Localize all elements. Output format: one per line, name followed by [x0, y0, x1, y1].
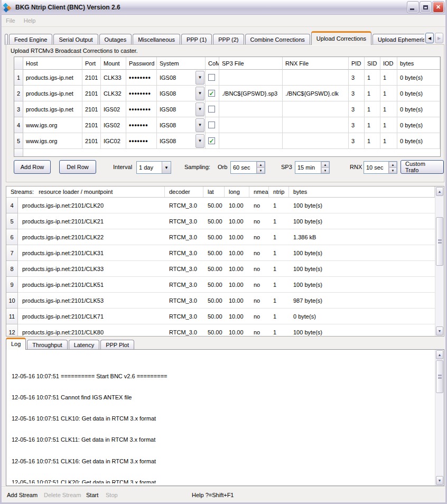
com-checkbox[interactable] — [208, 74, 215, 81]
chevron-down-icon[interactable]: ▼ — [195, 87, 204, 100]
cell-pid[interactable]: 3 — [349, 86, 365, 101]
stop-action[interactable]: Stop — [106, 492, 118, 498]
tab-ppp-1[interactable]: PPP (1) — [181, 34, 212, 45]
stream-row[interactable]: 8 products.igs-ip.net:2101/CLK33 RTCM_3.… — [6, 261, 435, 277]
scroll-up-icon[interactable]: ▲ — [436, 350, 443, 359]
cell-rnx[interactable] — [283, 101, 349, 117]
row-number[interactable]: 5 — [14, 133, 23, 149]
cell-sp3[interactable]: ./BNC${GPSWD}.sp3 — [219, 86, 283, 101]
menu-help[interactable]: Help — [20, 17, 40, 24]
title-bar[interactable]: BKG Ntrip Client (BNC) Version 2.6 ✕ — [0, 0, 447, 15]
com-checkbox[interactable]: ✓ — [208, 90, 215, 97]
stream-row[interactable]: 10 products.igs-ip.net:2101/CLK53 RTCM_3… — [6, 293, 435, 309]
cell-password[interactable]: •••••••• — [126, 101, 157, 117]
tab-scroll-left-icon[interactable]: ◀ — [425, 33, 434, 43]
tab-log[interactable]: Log — [6, 338, 26, 350]
menu-file[interactable]: File — [2, 17, 20, 24]
cell-sid[interactable]: 1 — [365, 86, 380, 101]
cell-pid[interactable]: 3 — [349, 117, 365, 133]
cell-rnx[interactable] — [283, 133, 349, 149]
log-output[interactable]: 12-05-16 10:07:51 ========== Start BNC v… — [6, 349, 444, 486]
cell-sid[interactable]: 1 — [365, 133, 380, 149]
scrollbar-thumb[interactable] — [436, 217, 443, 266]
cell-sid[interactable]: 1 — [365, 101, 380, 117]
stream-row[interactable]: 4 products.igs-ip.net:2101/CLK20 RTCM_3.… — [6, 198, 435, 213]
cell-mount[interactable]: IGS02 — [101, 101, 126, 117]
scroll-down-icon[interactable]: ▼ — [436, 476, 443, 485]
cell-mount[interactable]: IGS02 — [101, 117, 126, 133]
tab-ppp-plot[interactable]: PPP Plot — [100, 340, 134, 350]
sp3-sampling-spinbox[interactable]: 15 min ▲▼ — [295, 161, 330, 174]
cell-system-combobox[interactable]: IGS08 ▼ — [157, 133, 206, 149]
row-number[interactable]: 4 — [14, 117, 23, 133]
cell-host[interactable]: www.igs.org — [23, 117, 82, 133]
stream-row[interactable]: 5 products.igs-ip.net:2101/CLK21 RTCM_3.… — [6, 213, 435, 229]
cell-pid[interactable]: 3 — [349, 70, 365, 86]
cell-sid[interactable]: 1 — [365, 70, 380, 86]
chevron-down-icon[interactable]: ▼ — [162, 162, 171, 173]
stream-row[interactable]: 12 products.igs-ip.net:2101/CLK80 RTCM_3… — [6, 324, 435, 336]
add-stream-action[interactable]: Add Stream — [7, 492, 38, 498]
rnx-sampling-spinbox[interactable]: 10 sec ▲▼ — [364, 161, 397, 174]
cell-iod[interactable]: 1 — [380, 101, 397, 117]
cell-mount[interactable]: CLK32 — [101, 86, 126, 101]
cell-iod[interactable]: 1 — [380, 86, 397, 101]
tab-serial-output[interactable]: Serial Output — [53, 34, 98, 45]
cell-mount[interactable]: CLK33 — [101, 70, 126, 86]
del-row-button[interactable]: Del Row — [59, 160, 96, 174]
spin-up-icon[interactable]: ▲ — [389, 162, 397, 167]
spin-down-icon[interactable]: ▼ — [389, 167, 397, 173]
cell-port[interactable]: 2101 — [82, 133, 101, 149]
cell-rnx[interactable]: ./BNC${GPSWD}.clk — [283, 86, 349, 101]
com-checkbox[interactable] — [208, 122, 215, 128]
close-button[interactable]: ✕ — [433, 2, 444, 13]
tab-throughput[interactable]: Throughput — [27, 340, 67, 350]
tab-upload-ephemeris[interactable]: Upload Ephemeris — [373, 34, 424, 45]
tab-outages[interactable]: Outages — [99, 34, 132, 45]
spin-up-icon[interactable]: ▲ — [321, 162, 329, 167]
stream-row[interactable]: 9 products.igs-ip.net:2101/CLK51 RTCM_3.… — [6, 277, 435, 293]
scroll-down-icon[interactable]: ▼ — [436, 326, 443, 335]
interval-combobox[interactable]: 1 day ▼ — [136, 161, 171, 174]
minimize-button[interactable] — [407, 2, 418, 13]
tab-upload-corrections[interactable]: Upload Corrections — [311, 31, 371, 45]
streams-scrollbar[interactable]: ▲ ▼ — [435, 186, 444, 336]
start-action[interactable]: Start — [86, 492, 98, 498]
cell-system-combobox[interactable]: IGS08 ▼ — [157, 101, 206, 117]
tab-feed-engine[interactable]: Feed Engine — [9, 34, 52, 45]
cell-system-combobox[interactable]: IGS08 ▼ — [157, 86, 206, 101]
cell-sid[interactable]: 1 — [365, 117, 380, 133]
cell-pid[interactable]: 3 — [349, 133, 365, 149]
com-checkbox[interactable]: ✓ — [208, 137, 215, 144]
chevron-down-icon[interactable]: ▼ — [195, 134, 204, 148]
cell-sp3[interactable] — [219, 70, 283, 86]
cell-host[interactable]: products.igs-ip.net — [23, 70, 82, 86]
spin-up-icon[interactable]: ▲ — [257, 162, 265, 167]
row-number[interactable]: 1 — [14, 70, 23, 86]
chevron-down-icon[interactable]: ▼ — [195, 102, 204, 116]
com-checkbox[interactable] — [208, 106, 215, 113]
cell-host[interactable]: products.igs-ip.net — [23, 101, 82, 117]
tab-scroll-right-icon[interactable]: ▶ — [435, 33, 443, 43]
cell-sp3[interactable] — [219, 133, 283, 149]
custom-trafo-button[interactable]: Custom Trafo — [401, 160, 444, 174]
orb-sampling-spinbox[interactable]: 60 sec ▲▼ — [230, 161, 265, 174]
cell-password[interactable]: •••••••• — [126, 70, 157, 86]
cell-password[interactable]: ••••••• — [126, 133, 157, 149]
cell-port[interactable]: 2101 — [82, 117, 101, 133]
stream-row[interactable]: 7 products.igs-ip.net:2101/CLK31 RTCM_3.… — [6, 245, 435, 261]
cell-password[interactable]: •••••••• — [126, 86, 157, 101]
cell-iod[interactable]: 1 — [380, 70, 397, 86]
tab-combine-corrections[interactable]: Combine Corrections — [245, 34, 310, 45]
cell-system-combobox[interactable]: IGS08 ▼ — [157, 117, 206, 133]
cell-port[interactable]: 2101 — [82, 101, 101, 117]
cell-sp3[interactable] — [219, 101, 283, 117]
add-row-button[interactable]: Add Row — [14, 160, 51, 174]
cell-sp3[interactable] — [219, 117, 283, 133]
cell-iod[interactable]: 1 — [380, 133, 397, 149]
scroll-up-icon[interactable]: ▲ — [436, 187, 443, 196]
cell-password[interactable]: ••••••• — [126, 117, 157, 133]
cell-iod[interactable]: 1 — [380, 117, 397, 133]
chevron-down-icon[interactable]: ▼ — [195, 71, 204, 85]
cell-mount[interactable]: IGC02 — [101, 133, 126, 149]
